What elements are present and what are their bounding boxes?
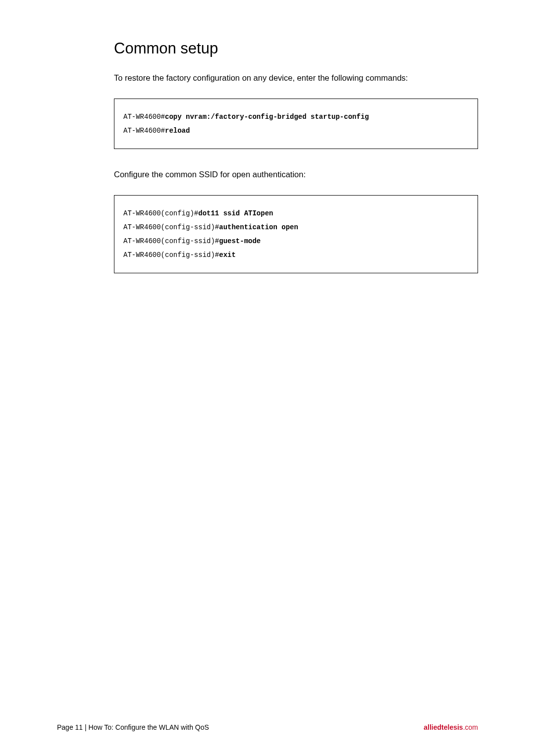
code-line: AT-WR4600(config-ssid)#exit (123, 248, 469, 262)
prompt: AT-WR4600# (123, 127, 165, 135)
prompt: AT-WR4600(config-ssid)# (123, 237, 219, 245)
prompt: AT-WR4600(config-ssid)# (123, 223, 219, 231)
intro-paragraph: To restore the factory configuration on … (114, 72, 478, 84)
prompt: AT-WR4600(config)# (123, 209, 198, 217)
section-heading: Common setup (114, 40, 478, 57)
prompt: AT-WR4600# (123, 113, 165, 121)
code-block-1: AT-WR4600#copy nvram:/factory-config-bri… (114, 99, 478, 149)
command: dot11 ssid ATIopen (198, 209, 273, 217)
code-block-2: AT-WR4600(config)#dot11 ssid ATIopen AT-… (114, 195, 478, 273)
code-line: AT-WR4600#copy nvram:/factory-config-bri… (123, 110, 469, 124)
brand-name: alliedtelesis (424, 723, 463, 731)
code-line: AT-WR4600#reload (123, 124, 469, 138)
main-content: Common setup To restore the factory conf… (57, 40, 478, 273)
code-line: AT-WR4600(config-ssid)#guest-mode (123, 234, 469, 248)
command: authentication open (219, 223, 298, 231)
code-line: AT-WR4600(config)#dot11 ssid ATIopen (123, 206, 469, 220)
middle-paragraph: Configure the common SSID for open authe… (114, 169, 478, 180)
code-line: AT-WR4600(config-ssid)#authentication op… (123, 220, 469, 234)
command: guest-mode (219, 237, 261, 245)
prompt: AT-WR4600(config-ssid)# (123, 251, 219, 259)
command: copy nvram:/factory-config-bridged start… (165, 113, 369, 121)
command: exit (219, 251, 236, 259)
command: reload (165, 127, 190, 135)
footer-page-info: Page 11 | How To: Configure the WLAN wit… (57, 723, 209, 731)
footer-brand: alliedtelesis.com (424, 723, 478, 731)
page-footer: Page 11 | How To: Configure the WLAN wit… (57, 723, 478, 731)
brand-suffix: .com (463, 723, 478, 731)
